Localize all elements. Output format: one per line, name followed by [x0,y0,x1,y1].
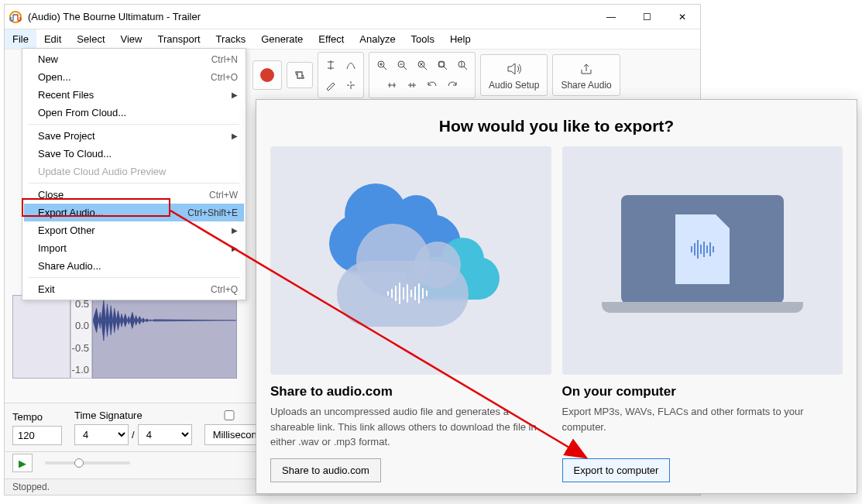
tempo-input[interactable] [12,426,62,445]
silence-icon[interactable] [403,76,421,94]
menu-save-cloud[interactable]: Save To Cloud... [24,145,244,163]
menu-help[interactable]: Help [442,29,479,49]
menu-save-project[interactable]: Save Project▶ [24,127,244,145]
computer-heading: On your computer [562,384,843,399]
audio-setup-label: Audio Setup [489,80,539,91]
app-icon [9,11,22,23]
waveform-icon [387,283,428,304]
share-audio-label: Share Audio [561,80,611,91]
menu-import[interactable]: Import▶ [24,239,244,257]
menu-tools[interactable]: Tools [404,29,442,49]
undo-icon[interactable] [423,76,441,94]
audio-track: 0.5 0.0 -0.5 -1.0 [12,295,237,379]
zoom-toggle-icon[interactable] [453,56,472,74]
share-heading: Share to audio.com [270,384,551,399]
record-button[interactable] [256,64,278,86]
zoom-in-icon[interactable] [373,56,391,74]
envelope-tool-icon[interactable] [342,56,360,74]
menu-export-audio[interactable]: Export Audio...Ctrl+Shift+E [24,204,244,221]
draw-tool-icon[interactable] [321,76,340,94]
menu-view[interactable]: View [113,29,150,49]
menu-recent-files[interactable]: Recent Files▶ [24,86,244,104]
window-title: (Audio) The Bourne Ultimatum - Trailer [28,11,201,22]
close-button[interactable]: ✕ [665,5,700,29]
audio-setup-icon[interactable] [505,60,524,78]
menu-analyze[interactable]: Analyze [352,29,403,49]
play-button[interactable]: ▶ [12,454,33,472]
menu-new[interactable]: NewCtrl+N [24,50,244,68]
laptop-graphic [562,146,843,375]
export-to-computer-button[interactable]: Export to computer [562,458,671,482]
ts-denominator[interactable]: 4 [138,424,192,445]
menu-export-other[interactable]: Export Other▶ [24,221,244,239]
menu-select[interactable]: Select [69,29,112,49]
share-cloud-pane: Share to audio.com Uploads an uncompress… [270,146,551,482]
fit-selection-icon[interactable] [413,56,431,74]
trim-icon[interactable] [383,76,401,94]
share-desc: Uploads an uncompressed audio file and g… [270,404,551,458]
file-menu-dropdown: NewCtrl+N Open...Ctrl+O Recent Files▶ Op… [22,48,246,300]
time-signature-label: Time Signature [74,410,192,421]
menu-open[interactable]: Open...Ctrl+O [24,68,244,86]
menu-transport[interactable]: Transport [149,29,208,49]
svg-rect-5 [439,62,444,67]
export-computer-pane: On your computer Export MP3s, WAVs, FLAC… [562,146,843,482]
share-to-audiocom-button[interactable]: Share to audio.com [270,458,381,482]
minimize-button[interactable]: — [593,5,629,29]
audio-file-icon [675,214,730,284]
menu-update-cloud: Update Cloud Audio Preview [24,163,244,180]
waveform[interactable] [92,295,237,379]
multi-tool-icon[interactable] [342,76,360,94]
computer-desc: Export MP3s, WAVs, FLACs and other forma… [562,404,843,458]
cloud-graphic [270,146,551,375]
menu-exit[interactable]: ExitCtrl+Q [24,280,244,298]
titlebar: (Audio) The Bourne Ultimatum - Trailer —… [5,5,700,29]
toolbar: Audio Setup Share Audio [252,51,620,99]
menu-share-audio[interactable]: Share Audio... [24,257,244,275]
track-scale: 0.5 0.0 -0.5 -1.0 [70,295,92,379]
export-dialog: How would you like to export? Share to a… [256,99,857,494]
playback-slider[interactable] [45,461,130,465]
selection-tool-icon[interactable] [321,56,340,74]
dialog-title: How would you like to export? [270,117,843,135]
menu-generate[interactable]: Generate [253,29,311,49]
menu-edit[interactable]: Edit [36,29,69,49]
menu-close[interactable]: CloseCtrl+W [24,186,244,204]
zoom-out-icon[interactable] [393,56,411,74]
track-header[interactable] [12,295,70,379]
fit-project-icon[interactable] [433,56,452,74]
loop-button[interactable] [290,66,309,84]
menu-tracks[interactable]: Tracks [208,29,254,49]
redo-icon[interactable] [443,76,462,94]
menubar: File Edit Select View Transport Tracks G… [5,29,700,50]
ts-numerator[interactable]: 4 [74,424,129,445]
tempo-label: Tempo [12,411,62,423]
maximize-button[interactable]: ☐ [629,5,665,29]
share-audio-icon[interactable] [577,60,596,78]
menu-effect[interactable]: Effect [311,29,352,49]
menu-open-cloud[interactable]: Open From Cloud... [24,104,244,122]
menu-file[interactable]: File [5,29,36,49]
